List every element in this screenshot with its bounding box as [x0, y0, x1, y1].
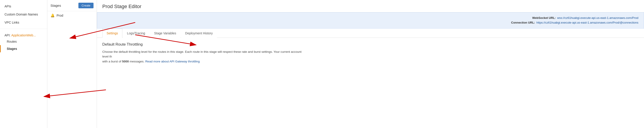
- section-title: Default Route Throttling: [102, 42, 638, 47]
- tab-content-settings: Default Route Throttling Choose the defa…: [97, 38, 644, 128]
- sidebar-item-vpc-links-label: VPC Links: [4, 21, 19, 24]
- stage-item-prod[interactable]: 🔔 Prod: [47, 11, 97, 20]
- sidebar: APIs Custom Domain Names VPC Links API: …: [0, 0, 47, 128]
- stage-prod-label: Prod: [56, 14, 63, 17]
- sidebar-item-routes[interactable]: Routes: [0, 38, 47, 45]
- sidebar-item-vpc-links[interactable]: VPC Links: [0, 18, 47, 26]
- connection-url-value[interactable]: https://cz61huabgi.execute-api.us-east-1…: [536, 20, 638, 25]
- tab-logs-tracing[interactable]: Logs/Tracing: [123, 29, 150, 38]
- tab-settings[interactable]: Settings: [102, 29, 122, 38]
- url-info-box: WebSocket URL: wss://cz61huabgi.execute-…: [97, 12, 644, 29]
- throttling-link[interactable]: Read more about API Gateway throttling: [145, 60, 200, 63]
- sidebar-item-apis-label: APIs: [4, 4, 11, 8]
- section-desc: Choose the default throttling level for …: [102, 49, 305, 64]
- api-name: ApplicationWeb...: [11, 33, 36, 37]
- create-stage-button[interactable]: Create: [78, 3, 94, 8]
- tab-deployment-history-label: Deployment History: [185, 31, 213, 35]
- tab-settings-label: Settings: [106, 31, 118, 35]
- websocket-url-line: WebSocket URL: wss://cz61huabgi.execute-…: [102, 16, 638, 20]
- sidebar-item-custom-domain-label: Custom Domain Names: [4, 12, 38, 16]
- main-content: Prod Stage Editor WebSocket URL: wss://c…: [97, 0, 644, 128]
- sidebar-api-label: API: ApplicationWeb...: [0, 31, 47, 38]
- main-header: Prod Stage Editor: [97, 0, 644, 12]
- tab-stage-variables[interactable]: Stage Variables: [150, 29, 180, 38]
- websocket-url-value[interactable]: wss://cz61huabgi.execute-api.us-east-1.a…: [557, 16, 638, 20]
- section-desc-text2: with a burst of: [102, 60, 122, 63]
- section-desc-burst: 5000: [122, 60, 129, 63]
- sidebar-item-stages[interactable]: Stages: [0, 45, 47, 52]
- sidebar-item-apis[interactable]: APIs: [0, 2, 47, 10]
- sidebar-divider: [0, 29, 47, 29]
- section-desc-text3: messages.: [129, 60, 145, 63]
- sidebar-routes-label: Routes: [7, 40, 17, 43]
- stages-panel: Stages Create 🔔 Prod: [47, 0, 97, 128]
- api-prefix: API:: [4, 33, 10, 37]
- stages-title: Stages: [50, 3, 61, 7]
- stages-header: Stages Create: [47, 0, 97, 11]
- tab-stage-variables-label: Stage Variables: [154, 31, 176, 35]
- page-title: Prod Stage Editor: [102, 3, 638, 9]
- sidebar-stages-label: Stages: [7, 47, 17, 51]
- connection-url-line: Connection URL: https://cz61huabgi.execu…: [102, 20, 638, 25]
- stage-bell-icon: 🔔: [50, 13, 55, 17]
- tabs-container: Settings Logs/Tracing Stage Variables De…: [97, 29, 644, 38]
- connection-url-label: Connection URL:: [511, 20, 535, 25]
- section-desc-text1: Choose the default throttling level for …: [102, 50, 302, 58]
- websocket-url-label: WebSocket URL:: [532, 16, 556, 20]
- tab-deployment-history[interactable]: Deployment History: [181, 29, 217, 38]
- tab-logs-tracing-label: Logs/Tracing: [127, 31, 145, 35]
- sidebar-item-custom-domain-names[interactable]: Custom Domain Names: [0, 10, 47, 18]
